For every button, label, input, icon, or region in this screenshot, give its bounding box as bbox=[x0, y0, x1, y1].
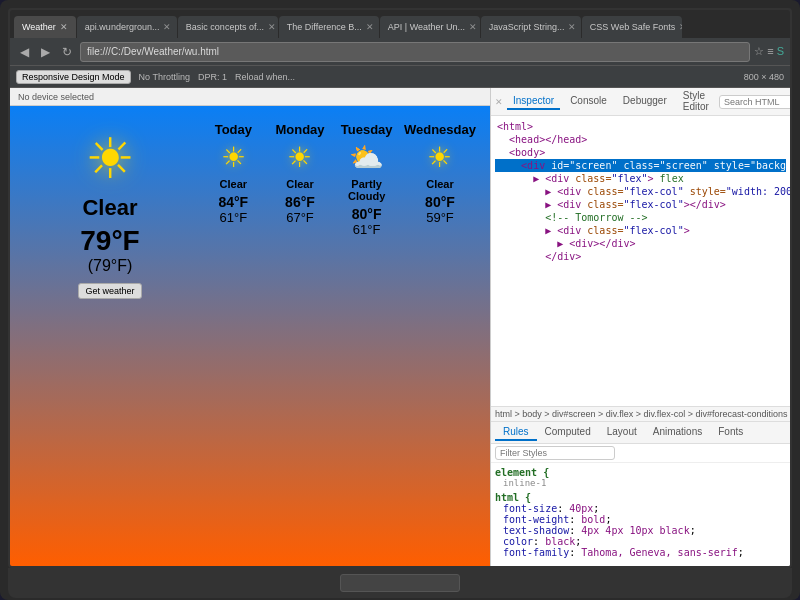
today-section: ☀ Clear 79°F (79°F) Get weather bbox=[20, 116, 200, 556]
size-indicator: 800 × 480 bbox=[744, 72, 784, 82]
laptop-outer: Weather ✕ api.wundergroun... ✕ Basic con… bbox=[0, 0, 800, 600]
forecast-today: Today ☀ Clear 84°F 61°F bbox=[200, 116, 267, 556]
style-selector: element { bbox=[495, 467, 786, 478]
forecast-sun-icon: ☀ bbox=[221, 141, 246, 174]
forecast-cloud-icon: ⛅ bbox=[349, 141, 384, 174]
reload-label: Reload when... bbox=[235, 72, 295, 82]
tab-close-icon[interactable]: ✕ bbox=[679, 22, 682, 32]
weather-content: ☀ Clear 79°F (79°F) Get weather Today ☀ bbox=[10, 106, 490, 566]
forecast-day-name: Today bbox=[215, 122, 252, 137]
throttle-label: No Throttling bbox=[139, 72, 190, 82]
devtools-tab-inspector[interactable]: Inspector bbox=[507, 93, 560, 110]
html-line-selected[interactable]: <div id="screen" class="screen" style="b… bbox=[495, 159, 786, 172]
forecast-low: 59°F bbox=[426, 210, 454, 225]
html-line: <!-- Tomorrow --> bbox=[495, 211, 786, 224]
devtools-tab-style-editor[interactable]: Style Editor bbox=[677, 88, 715, 116]
address-bar[interactable] bbox=[80, 42, 750, 62]
tab-close-icon[interactable]: ✕ bbox=[268, 22, 276, 32]
devtools-close-icon[interactable]: ✕ bbox=[495, 97, 503, 107]
html-line: ▶ <div class="flex"> flex bbox=[495, 172, 786, 185]
devtools-animations-tab[interactable]: Animations bbox=[645, 424, 710, 441]
today-condition: Clear bbox=[82, 195, 137, 221]
tab-close-icon[interactable]: ✕ bbox=[469, 22, 477, 32]
html-line: ▶ <div class="flex-col" style="width: 20… bbox=[495, 185, 786, 198]
forecast-sun-icon: ☀ bbox=[287, 141, 312, 174]
devtools-search-input[interactable] bbox=[719, 95, 790, 109]
styles-pane: element { inline-1 html { font-size: 40p… bbox=[491, 463, 790, 566]
style-filter-input[interactable] bbox=[495, 446, 615, 460]
browser: Weather ✕ api.wundergroun... ✕ Basic con… bbox=[10, 10, 790, 566]
style-rule: text-shadow: 4px 4px 10px black; bbox=[503, 525, 786, 536]
today-temp: 79°F bbox=[80, 225, 139, 257]
laptop-touchpad[interactable] bbox=[340, 574, 460, 592]
secondary-toolbar: Responsive Design Mode No Throttling DPR… bbox=[10, 66, 790, 88]
forecast-high: 86°F bbox=[285, 194, 315, 210]
forward-button[interactable]: ▶ bbox=[37, 43, 54, 61]
devtools-fonts-tab[interactable]: Fonts bbox=[710, 424, 751, 441]
reload-button[interactable]: ↻ bbox=[58, 43, 76, 61]
forecast-wednesday: Wednesday ☀ Clear 80°F 59°F bbox=[400, 116, 480, 556]
tab-close-icon[interactable]: ✕ bbox=[568, 22, 576, 32]
devtools-layout-tab[interactable]: Layout bbox=[599, 424, 645, 441]
devtools-toolbar: ✕ Inspector Console Debugger Style Edito… bbox=[491, 88, 790, 116]
security-icon: S bbox=[777, 45, 784, 58]
html-line: ▶ <div class="flex-col"></div> bbox=[495, 198, 786, 211]
tab-js[interactable]: JavaScript String... ✕ bbox=[481, 16, 581, 38]
toolbar-icons: ☆ ≡ S bbox=[754, 45, 784, 58]
html-tree[interactable]: <html> <head></head> <body> <div id="scr… bbox=[491, 116, 790, 406]
responsive-mode-button[interactable]: Responsive Design Mode bbox=[16, 70, 131, 84]
style-rule: font-size: 40px; bbox=[503, 503, 786, 514]
forecast-tuesday: Tuesday ⛅ Partly Cloudy 80°F 61°F bbox=[333, 116, 400, 556]
forecast-condition: Partly Cloudy bbox=[337, 178, 396, 202]
devtools-rules-tab[interactable]: Rules bbox=[495, 424, 537, 441]
menu-icon[interactable]: ≡ bbox=[767, 45, 773, 58]
forecast-condition: Clear bbox=[426, 178, 454, 190]
html-line: ▶ <div></div> bbox=[495, 237, 786, 250]
html-line: ▶ <div class="flex-col"> bbox=[495, 224, 786, 237]
forecast-high: 80°F bbox=[352, 206, 382, 222]
devtools-bottom-tabs: Rules Computed Layout Animations Fonts bbox=[491, 422, 790, 444]
tab-css[interactable]: CSS Web Safe Fonts ✕ bbox=[582, 16, 682, 38]
html-line: <head></head> bbox=[495, 133, 786, 146]
tab-api[interactable]: API | Weather Un... ✕ bbox=[380, 16, 480, 38]
style-rule: color: black; bbox=[503, 536, 786, 547]
devtools-bottom: Rules Computed Layout Animations Fonts e… bbox=[491, 421, 790, 566]
forecast-sun-icon: ☀ bbox=[427, 141, 452, 174]
tab-basic[interactable]: Basic concepts of... ✕ bbox=[178, 16, 278, 38]
style-rule: font-weight: bold; bbox=[503, 514, 786, 525]
style-rule: font-family: Tahoma, Geneva, sans-serif; bbox=[503, 547, 786, 558]
style-selector: html { bbox=[495, 492, 786, 503]
style-source: inline-1 bbox=[495, 478, 786, 488]
weather-app: No device selected ☀ Clear 79°F (79°F) G… bbox=[10, 88, 490, 566]
devtools-filter bbox=[491, 444, 790, 463]
forecast-condition: Clear bbox=[286, 178, 314, 190]
tab-close-icon[interactable]: ✕ bbox=[163, 22, 171, 32]
forecast-low: 61°F bbox=[353, 222, 381, 237]
today-feels: (79°F) bbox=[88, 257, 133, 275]
laptop-screen: Weather ✕ api.wundergroun... ✕ Basic con… bbox=[8, 8, 792, 568]
html-line: <html> bbox=[495, 120, 786, 133]
tab-close-icon[interactable]: ✕ bbox=[366, 22, 374, 32]
tab-wunder[interactable]: api.wundergroun... ✕ bbox=[77, 16, 177, 38]
devtools-computed-tab[interactable]: Computed bbox=[537, 424, 599, 441]
forecast-day-name: Monday bbox=[275, 122, 324, 137]
no-device-bar: No device selected bbox=[10, 88, 490, 106]
laptop-bottom bbox=[8, 568, 792, 598]
html-style-section: html { font-size: 40px; font-weight: bol… bbox=[495, 492, 786, 558]
get-weather-button[interactable]: Get weather bbox=[78, 283, 141, 299]
tab-diff[interactable]: The Difference B... ✕ bbox=[279, 16, 379, 38]
devtools-tab-console[interactable]: Console bbox=[564, 93, 613, 110]
breadcrumb: html > body > div#screen > div.flex > di… bbox=[491, 406, 790, 421]
devtools-tab-debugger[interactable]: Debugger bbox=[617, 93, 673, 110]
browser-toolbar: ◀ ▶ ↻ ☆ ≡ S bbox=[10, 38, 790, 66]
tab-weather[interactable]: Weather ✕ bbox=[14, 16, 76, 38]
forecast-low: 61°F bbox=[220, 210, 248, 225]
forecast-high: 84°F bbox=[218, 194, 248, 210]
back-button[interactable]: ◀ bbox=[16, 43, 33, 61]
bookmark-icon[interactable]: ☆ bbox=[754, 45, 764, 58]
forecast-condition: Clear bbox=[220, 178, 248, 190]
forecast-section: Today ☀ Clear 84°F 61°F Monday ☀ Clear bbox=[200, 116, 480, 556]
forecast-day-name: Tuesday bbox=[341, 122, 393, 137]
tab-close-icon[interactable]: ✕ bbox=[60, 22, 68, 32]
devtools-panel: ✕ Inspector Console Debugger Style Edito… bbox=[490, 88, 790, 566]
